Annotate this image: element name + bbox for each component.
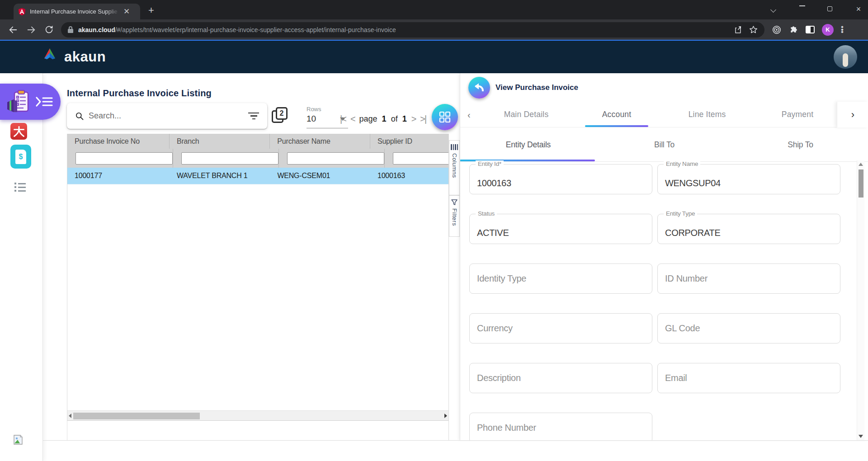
- sidebar-item-list[interactable]: [14, 183, 26, 193]
- column-header[interactable]: Supplier ID: [370, 134, 449, 149]
- tab-account[interactable]: Account: [571, 102, 662, 127]
- column-filter-input[interactable]: [75, 152, 173, 165]
- vertical-scrollbar-thumb[interactable]: [859, 169, 863, 198]
- invoice-doc-icon: $: [15, 150, 26, 164]
- field-placeholder: Description: [477, 373, 521, 383]
- field-description[interactable]: Description: [469, 363, 652, 393]
- of-word: of: [391, 114, 398, 124]
- panel-extension-icon[interactable]: [806, 26, 815, 33]
- sidebar-item-invoice-applet[interactable]: $: [10, 145, 31, 169]
- browser-profile-badge[interactable]: K: [822, 24, 834, 36]
- sidebar-item-active-applet[interactable]: [0, 84, 61, 120]
- brand-triangle-icon: [40, 48, 60, 66]
- active-tab-underline: [585, 125, 648, 127]
- field-email[interactable]: Email: [657, 363, 840, 393]
- browser-tab[interactable]: Internal Purchase Invoice Supplie ✕: [14, 4, 140, 19]
- bookmark-star-icon[interactable]: [749, 25, 758, 34]
- sidebar-item-da-applet[interactable]: [10, 123, 27, 140]
- field-currency[interactable]: Currency: [469, 313, 652, 343]
- column-filter-input[interactable]: [393, 152, 449, 165]
- filters-label: Filters: [451, 208, 458, 226]
- maximize-icon[interactable]: [827, 6, 841, 11]
- field-gl-code[interactable]: GL Code: [657, 313, 840, 343]
- vertical-scrollbar[interactable]: [857, 160, 864, 440]
- kebab-menu-icon[interactable]: •••: [840, 26, 844, 34]
- lock-icon: [67, 26, 74, 33]
- puzzle-extension-icon[interactable]: [789, 25, 798, 34]
- user-avatar[interactable]: [834, 45, 857, 69]
- field-label: Entity Type: [664, 210, 697, 217]
- chevron-down-icon[interactable]: [771, 8, 785, 12]
- scroll-up-arrow-icon[interactable]: [859, 163, 863, 166]
- column-filter-input[interactable]: [181, 152, 278, 165]
- grid-icon: [439, 111, 451, 123]
- panel-title: View Purchase Invoice: [495, 83, 578, 92]
- field-entity-name[interactable]: Entity Name WENGSUP04: [657, 164, 840, 194]
- tab-main-details[interactable]: Main Details: [481, 102, 571, 127]
- share-icon[interactable]: [733, 25, 742, 34]
- field-value: CORPORATE: [665, 228, 721, 238]
- column-header[interactable]: Branch: [170, 134, 270, 149]
- reload-icon[interactable]: [44, 25, 54, 34]
- field-id-number[interactable]: ID Number: [657, 263, 840, 294]
- duplicate-pages-icon[interactable]: 2: [272, 107, 291, 126]
- tabs-scroll-right-icon[interactable]: ›: [837, 102, 868, 127]
- target-extension-icon[interactable]: [772, 25, 782, 35]
- card-border: [67, 421, 67, 440]
- field-entity-type[interactable]: Entity Type CORPORATE: [657, 214, 840, 244]
- horizontal-scrollbar-thumb[interactable]: [73, 413, 200, 419]
- subtab-entity-details[interactable]: Entity Details: [460, 127, 596, 162]
- url-bar[interactable]: akaun.cloud/#/applets/tnt/wavelet/erp/in…: [61, 22, 764, 38]
- back-button[interactable]: [468, 77, 490, 99]
- rows-label: Rows: [307, 106, 348, 113]
- invoice-table: Purchase Invoice No Branch Purchaser Nam…: [67, 134, 449, 440]
- column-header[interactable]: Purchaser Name: [270, 134, 370, 149]
- table-filter-row: [67, 149, 449, 168]
- filter-funnel-icon[interactable]: [248, 113, 259, 120]
- horizontal-scrollbar[interactable]: [67, 410, 448, 421]
- search-input[interactable]: [89, 111, 248, 121]
- field-label: Entity Name: [664, 160, 700, 167]
- tab-line-items[interactable]: Line Items: [662, 102, 752, 127]
- detail-panel: View Purchase Invoice ‹ Main Details Acc…: [460, 73, 868, 440]
- table-row-selected[interactable]: 1000177 WAVELET BRANCH 1 WENG-CSEM01 100…: [67, 168, 449, 184]
- tab-payment[interactable]: Payment: [752, 102, 843, 127]
- field-placeholder: Email: [665, 373, 687, 383]
- field-status[interactable]: Status ACTIVE: [469, 214, 652, 244]
- url-path: /#/applets/tnt/wavelet/erp/internal-purc…: [115, 26, 396, 33]
- table-header-row: Purchase Invoice No Branch Purchaser Nam…: [67, 134, 449, 149]
- column-header[interactable]: Purchase Invoice No: [67, 134, 170, 149]
- columns-side-tab[interactable]: Columns: [449, 140, 460, 195]
- subtab-bill-to[interactable]: Bill To: [596, 127, 732, 162]
- cell-purchaser-name: WENG-CSEM01: [270, 172, 370, 180]
- search-icon: [75, 112, 84, 121]
- field-label: Entity Id*: [476, 160, 504, 167]
- field-identity-type[interactable]: Identity Type: [469, 263, 652, 294]
- new-tab-icon[interactable]: +: [148, 5, 154, 16]
- column-filter-input[interactable]: [287, 152, 384, 165]
- brand-logo[interactable]: akaun: [40, 48, 106, 66]
- last-page-icon[interactable]: >|: [420, 114, 426, 124]
- grid-view-button[interactable]: [432, 104, 458, 130]
- subtab-ship-to[interactable]: Ship To: [732, 127, 868, 162]
- sidebar-toggle-icon[interactable]: [35, 96, 53, 108]
- close-window-icon[interactable]: ×: [852, 5, 865, 14]
- filters-funnel-icon: [451, 199, 458, 205]
- browser-toolbar: akaun.cloud/#/applets/tnt/wavelet/erp/in…: [0, 19, 868, 40]
- back-icon[interactable]: [8, 25, 18, 35]
- scroll-down-arrow-icon[interactable]: [859, 435, 863, 438]
- filters-side-tab[interactable]: Filters: [449, 195, 460, 237]
- detail-tabs: ‹ Main Details Account Line Items Paymen…: [460, 102, 868, 127]
- tabs-scroll-left-icon[interactable]: ‹: [467, 110, 471, 120]
- scroll-right-arrow-icon[interactable]: [444, 414, 447, 418]
- next-page-icon[interactable]: >: [411, 114, 416, 124]
- forward-icon[interactable]: [26, 25, 36, 35]
- scroll-left-arrow-icon[interactable]: [69, 414, 71, 418]
- prev-page-icon[interactable]: <: [350, 114, 355, 124]
- field-entity-id[interactable]: Entity Id* 1000163: [469, 164, 652, 194]
- tab-close-icon[interactable]: ✕: [123, 8, 130, 15]
- first-page-icon[interactable]: |<: [340, 114, 346, 124]
- minimize-icon[interactable]: [799, 2, 813, 6]
- brand-name: akaun: [64, 49, 106, 65]
- field-phone-number[interactable]: Phone Number: [469, 413, 652, 440]
